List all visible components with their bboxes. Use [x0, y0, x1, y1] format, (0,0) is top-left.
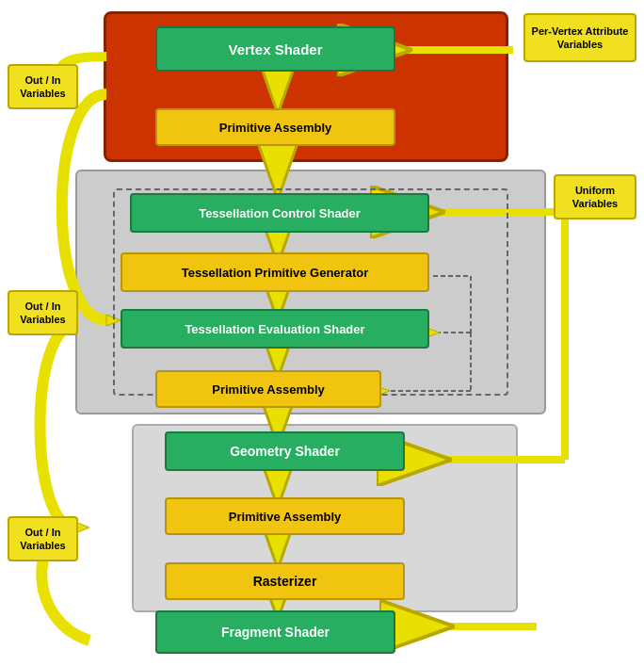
primitive-assembly-3-label: Primitive Assembly: [229, 510, 341, 524]
uniform-label: Uniform Variables: [554, 174, 636, 219]
out-in-1-text: Out / In Variables: [20, 73, 65, 101]
per-vertex-label: Per-Vertex Attribute Variables: [523, 13, 636, 62]
fragment-shader-label: Fragment Shader: [221, 625, 330, 640]
out-in-3-label: Out / In Variables: [8, 516, 78, 561]
primitive-assembly-2-label: Primitive Assembly: [212, 382, 324, 397]
geometry-shader-box: Geometry Shader: [165, 431, 405, 471]
tess-eval-box: Tessellation Evaluation Shader: [121, 309, 429, 349]
primitive-assembly-1-box: Primitive Assembly: [155, 108, 395, 146]
pipeline-diagram: Vertex Shader Primitive Assembly Tessell…: [0, 0, 644, 666]
per-vertex-text: Per-Vertex Attribute Variables: [532, 24, 629, 52]
uniform-text: Uniform Variables: [572, 184, 618, 211]
out-in-3-text: Out / In Variables: [20, 526, 65, 553]
tess-control-label: Tessellation Control Shader: [199, 206, 361, 220]
out-in-2-label: Out / In Variables: [8, 290, 78, 335]
rasterizer-box: Rasterizer: [165, 562, 405, 600]
geometry-shader-label: Geometry Shader: [230, 444, 340, 459]
out-in-1-label: Out / In Variables: [8, 64, 78, 109]
tess-eval-label: Tessellation Evaluation Shader: [185, 322, 364, 336]
fragment-shader-box: Fragment Shader: [155, 610, 395, 654]
vertex-shader-box: Vertex Shader: [155, 26, 395, 72]
tess-control-box: Tessellation Control Shader: [130, 193, 429, 233]
out-in-2-text: Out / In Variables: [20, 300, 65, 327]
tess-prim-gen-label: Tessellation Primitive Generator: [182, 266, 368, 280]
primitive-assembly-3-box: Primitive Assembly: [165, 497, 405, 535]
primitive-assembly-2-box: Primitive Assembly: [155, 370, 381, 408]
tess-prim-gen-box: Tessellation Primitive Generator: [121, 252, 429, 292]
rasterizer-label: Rasterizer: [253, 574, 317, 589]
primitive-assembly-1-label: Primitive Assembly: [219, 121, 331, 135]
vertex-shader-label: Vertex Shader: [228, 41, 322, 57]
